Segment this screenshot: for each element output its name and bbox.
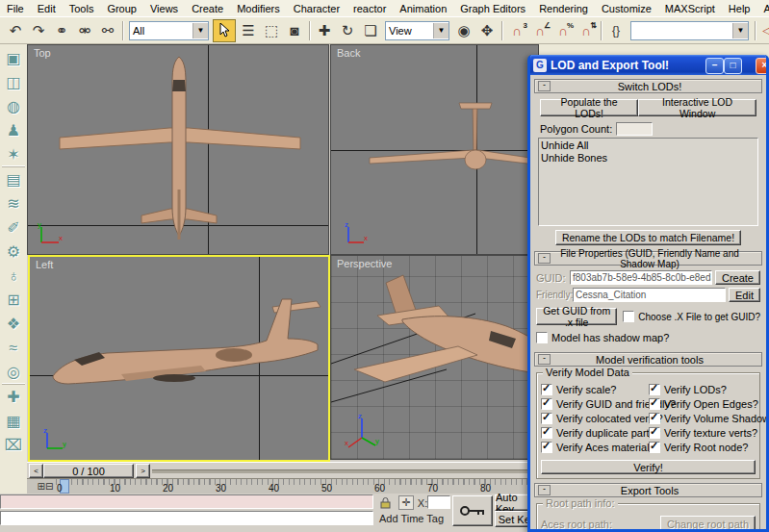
dashpot-icon[interactable]: ✐ <box>2 215 25 240</box>
lod-list-item[interactable]: Unhide All <box>541 139 756 152</box>
mini-curve-editor-button[interactable]: ⊞⊟ <box>33 479 58 493</box>
viewport-perspective[interactable]: Perspective z x y <box>330 255 539 460</box>
bind-to-space-warp-icon[interactable]: ⚯ <box>97 20 118 41</box>
plane-icon[interactable]: ◎ <box>2 360 25 384</box>
checkbox-checked-icon[interactable] <box>541 413 552 424</box>
verify-checkbox[interactable]: Verify Aces materials? <box>541 442 649 453</box>
maxscript-listener-field[interactable] <box>0 511 373 525</box>
verify-checkbox[interactable]: Verify texture verts? <box>649 427 769 439</box>
checkbox-checked-icon[interactable] <box>649 427 660 439</box>
previous-frame-button[interactable]: < <box>29 464 43 478</box>
lod-listbox[interactable]: Unhide AllUnhide Bones <box>538 138 758 226</box>
select-object-icon[interactable] <box>213 19 236 42</box>
selection-lock-icon[interactable] <box>377 495 393 510</box>
spinner-snap-toggle-icon[interactable]: ∩⇅ <box>576 20 597 41</box>
named-selection-sets-icon[interactable]: {} <box>605 20 627 41</box>
checkbox-checked-icon[interactable] <box>541 398 552 410</box>
viewport-left-label[interactable]: Left <box>36 259 53 270</box>
rollout-switch-lods[interactable]: - Switch LODs! <box>534 79 762 93</box>
fracture-icon[interactable]: ❖ <box>2 312 25 336</box>
verify-checkbox[interactable]: Verify Volume Shadow? <box>649 413 769 424</box>
water-icon[interactable]: ≈ <box>2 336 25 360</box>
select-by-name-icon[interactable]: ☰ <box>238 20 259 41</box>
collapse-icon[interactable]: - <box>538 485 551 495</box>
menu-item[interactable]: File <box>0 2 31 15</box>
checkbox-checked-icon[interactable] <box>541 442 552 453</box>
time-slider-track[interactable] <box>152 469 535 473</box>
macro-recorder-field[interactable] <box>0 494 373 509</box>
verify-checkbox[interactable]: Verify Root node? <box>649 442 769 453</box>
checkbox-icon[interactable] <box>536 332 548 343</box>
menu-item[interactable]: Animation <box>393 2 453 15</box>
select-and-manipulate-icon[interactable]: ✥ <box>476 20 498 41</box>
checkbox-checked-icon[interactable] <box>649 442 660 453</box>
rectangular-selection-region-icon[interactable]: ⬚ <box>261 20 282 41</box>
verify-checkbox[interactable]: Verify duplicate parts? <box>541 427 649 439</box>
track-bar[interactable]: 01020304050607080 <box>27 478 537 494</box>
menu-item[interactable]: Graph Editors <box>453 2 532 15</box>
collapse-icon[interactable]: - <box>538 253 551 264</box>
soft-body-collection-icon[interactable]: ◍ <box>2 94 25 118</box>
select-and-scale-icon[interactable]: ❏ <box>360 20 381 41</box>
viewport-back-label[interactable]: Back <box>337 47 360 59</box>
polygon-count-field[interactable] <box>616 122 653 136</box>
chevron-down-icon[interactable]: ▼ <box>433 23 449 38</box>
undo-icon[interactable]: ↶ <box>5 20 26 41</box>
menu-item[interactable]: Group <box>100 2 143 15</box>
unlink-selection-icon[interactable]: ⚮ <box>74 20 95 41</box>
use-center-flyout-icon[interactable]: ◉ <box>453 20 474 41</box>
select-and-move-icon[interactable]: ✚ <box>314 20 335 41</box>
checkbox-checked-icon[interactable] <box>541 427 552 439</box>
verify-checkbox[interactable]: Verify GUID and friendly? <box>541 398 649 410</box>
populate-lods-button[interactable]: Populate the LODs! <box>540 99 638 116</box>
minimize-button[interactable]: – <box>705 58 724 74</box>
toy-car-icon[interactable]: ⊞ <box>2 288 25 312</box>
friendly-name-field[interactable]: Cessna_Citation <box>573 288 726 302</box>
wind-icon[interactable]: ♁ <box>2 264 25 288</box>
aircraft-left-view[interactable] <box>30 257 328 460</box>
collapse-icon[interactable]: - <box>538 354 551 365</box>
verify-button[interactable]: Verify! <box>541 460 756 474</box>
menu-item[interactable]: Character <box>287 2 346 15</box>
rollout-export-tools[interactable]: - Export Tools <box>534 483 762 497</box>
preview-animation-icon[interactable]: ▦ <box>2 409 25 433</box>
viewport-top-label[interactable]: Top <box>34 47 51 59</box>
redo-icon[interactable]: ↷ <box>28 20 49 41</box>
choose-x-file-checkbox[interactable]: Choose .X File to get GUID? <box>623 311 760 322</box>
reference-coordinate-system-dropdown[interactable]: View ▼ <box>385 21 449 40</box>
checkbox-checked-icon[interactable] <box>541 384 552 395</box>
viewport-top[interactable]: Top y x <box>27 44 329 255</box>
checkbox-checked-icon[interactable] <box>649 413 660 424</box>
verify-checkbox[interactable]: Verify colocated verts? <box>541 413 649 424</box>
chevron-down-icon[interactable]: ▼ <box>192 23 208 38</box>
menu-item[interactable]: MAXScript <box>658 2 722 15</box>
select-and-link-icon[interactable]: ⚭ <box>51 20 72 41</box>
menu-item[interactable]: Tools <box>63 2 101 15</box>
verify-checkbox[interactable]: Verify scale? <box>541 384 649 395</box>
menu-item[interactable]: Aces Tools <box>756 2 769 15</box>
rope-collection-icon[interactable]: ♟ <box>2 118 25 142</box>
create-guid-button[interactable]: Create <box>715 270 760 285</box>
dialog-title-bar[interactable]: G LOD and Export Tool! – □ × <box>530 55 766 75</box>
rollout-model-verification[interactable]: - Model verification tools <box>534 352 762 367</box>
analyze-world-icon[interactable]: ✚ <box>2 384 25 409</box>
constraint-solver-icon[interactable]: ⚙ <box>2 240 25 264</box>
menu-item[interactable]: Help <box>722 2 757 15</box>
collapse-icon[interactable]: - <box>538 81 551 91</box>
menu-item[interactable]: Rendering <box>532 2 595 15</box>
close-button[interactable]: × <box>756 58 766 74</box>
edit-friendly-button[interactable]: Edit <box>729 288 760 302</box>
ragdoll-icon[interactable]: ✶ <box>2 142 25 166</box>
lod-list-item[interactable]: Unhide Bones <box>541 152 756 165</box>
spring-icon[interactable]: ≋ <box>2 191 25 215</box>
next-frame-button[interactable]: > <box>136 464 150 478</box>
time-slider-handle[interactable]: 0 / 100 <box>43 464 134 478</box>
shadow-map-checkbox[interactable]: Model has shadow map? <box>536 332 669 343</box>
deforming-mesh-icon[interactable]: ▤ <box>2 166 25 191</box>
verify-checkbox[interactable]: Verify LODs? <box>649 384 769 395</box>
create-animation-icon[interactable]: ⌧ <box>2 433 25 457</box>
viewport-back[interactable]: Back z x <box>330 44 539 255</box>
select-and-rotate-icon[interactable]: ↻ <box>337 20 358 41</box>
checkbox-checked-icon[interactable] <box>649 384 660 395</box>
absolute-mode-icon[interactable]: ✛ <box>398 495 414 510</box>
